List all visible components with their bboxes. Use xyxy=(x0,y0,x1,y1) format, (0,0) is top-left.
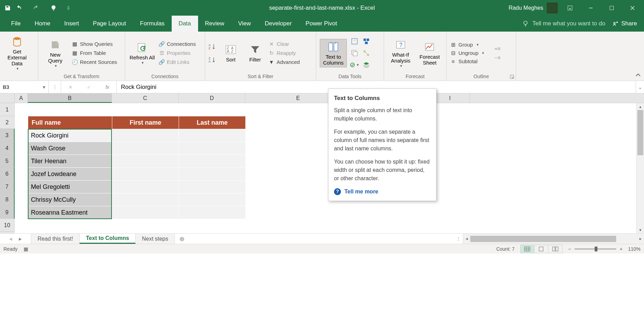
zoom-slider[interactable]: − + xyxy=(568,246,622,252)
share-button[interactable]: Share xyxy=(612,20,637,27)
new-query-button[interactable]: New Query▼ xyxy=(42,37,69,69)
recent-sources-button[interactable]: 🕘Recent Sources xyxy=(72,59,117,65)
get-external-data-button[interactable]: Get External Data▼ xyxy=(3,34,31,72)
ungroup-button[interactable]: ⊟Ungroup▼ xyxy=(450,50,484,56)
connections-button[interactable]: 🔗Connections xyxy=(158,41,196,47)
sheet-next-button[interactable]: ► xyxy=(18,236,23,242)
sheet-prev-button[interactable]: ◄ xyxy=(8,236,13,242)
properties-button[interactable]: ☰Properties xyxy=(158,50,196,56)
tab-formulas[interactable]: Formulas xyxy=(133,16,172,32)
bulb-more[interactable]: ▼ xyxy=(60,3,65,13)
close-button[interactable] xyxy=(624,1,641,15)
row-header[interactable]: 3 xyxy=(0,129,15,142)
name-box[interactable]: B3▾ xyxy=(0,81,49,93)
sort-desc-button[interactable]: ZA xyxy=(209,56,217,64)
maximize-button[interactable] xyxy=(603,1,620,15)
scroll-down-button[interactable]: ▼ xyxy=(637,226,644,233)
row-header[interactable]: 6 xyxy=(0,167,15,180)
consolidate-button[interactable] xyxy=(361,36,371,46)
filter-button[interactable]: Filter xyxy=(245,42,266,64)
col-header[interactable]: A xyxy=(15,93,28,103)
macro-record-icon[interactable]: ▦ xyxy=(24,246,28,252)
tab-data[interactable]: Data xyxy=(172,16,198,32)
undo-more[interactable]: ▼ xyxy=(25,3,30,13)
zoom-out-button[interactable]: − xyxy=(568,246,571,252)
from-table-button[interactable]: ▦From Table xyxy=(72,50,117,56)
normal-view-button[interactable] xyxy=(521,245,535,253)
tell-me-more-link[interactable]: ? Tell me more xyxy=(334,188,431,196)
redo-button[interactable] xyxy=(31,3,41,13)
scroll-up-button[interactable]: ▲ xyxy=(637,103,644,110)
clear-button[interactable]: ✕Clear xyxy=(268,41,300,47)
tab-insert[interactable]: Insert xyxy=(57,16,86,32)
tab-file[interactable]: File xyxy=(4,16,27,32)
th-firstname[interactable]: First name xyxy=(112,116,179,129)
manage-data-model-button[interactable] xyxy=(361,60,371,70)
dialog-launcher[interactable] xyxy=(510,74,514,79)
tab-home[interactable]: Home xyxy=(27,16,57,32)
page-layout-view-button[interactable] xyxy=(535,245,548,253)
row-header[interactable]: 2 xyxy=(0,116,15,129)
col-header[interactable]: C xyxy=(112,93,179,103)
row-header[interactable]: 5 xyxy=(0,155,15,167)
sheet-tab[interactable]: Read this first! xyxy=(31,234,80,244)
zoom-handle[interactable] xyxy=(595,247,597,251)
flash-fill-button[interactable] xyxy=(350,36,359,46)
ribbon-display-button[interactable] xyxy=(561,1,579,15)
tab-power-pivot[interactable]: Power Pivot xyxy=(299,16,344,32)
text-to-columns-button[interactable]: Text to Columns xyxy=(320,39,347,67)
select-all-corner[interactable] xyxy=(0,93,15,103)
qat-customize[interactable]: ⇩ xyxy=(66,3,71,13)
row-header[interactable]: 8 xyxy=(0,193,15,206)
subtotal-button[interactable]: ≡Subtotal xyxy=(450,58,484,65)
row-header[interactable]: 1 xyxy=(0,103,15,116)
show-queries-button[interactable]: ▦Show Queries xyxy=(72,41,117,47)
tab-review[interactable]: Review xyxy=(198,16,231,32)
sort-button[interactable]: ZAAZ Sort xyxy=(220,42,242,64)
sheet-tab[interactable]: Text to Columns xyxy=(80,234,136,244)
advanced-button[interactable]: ▼Advanced xyxy=(268,59,300,65)
minimize-button[interactable] xyxy=(582,1,600,15)
vertical-scrollbar[interactable]: ▲ ▼ xyxy=(636,103,644,233)
remove-dup-button[interactable] xyxy=(350,48,359,58)
tab-developer[interactable]: Developer xyxy=(258,16,299,32)
zoom-in-button[interactable]: + xyxy=(620,246,622,252)
refresh-all-button[interactable]: Refresh All▼ xyxy=(129,40,156,66)
col-header[interactable]: D xyxy=(179,93,245,103)
cancel-edit-button[interactable]: ✕ xyxy=(68,84,73,90)
collapse-ribbon-button[interactable] xyxy=(635,72,641,79)
row-header[interactable]: 4 xyxy=(0,142,15,155)
row-header[interactable]: 7 xyxy=(0,180,15,193)
th-lastname[interactable]: Last name xyxy=(179,116,246,129)
relationships-button[interactable] xyxy=(361,48,371,58)
new-sheet-button[interactable]: ⊕ xyxy=(175,234,189,244)
row-header[interactable]: 10 xyxy=(0,219,15,232)
data-validation-button[interactable]: ▼ xyxy=(350,60,359,70)
hide-detail-button[interactable]: −≡ xyxy=(494,55,500,61)
whatif-button[interactable]: ? What-If Analysis▼ xyxy=(388,37,414,69)
edit-links-button[interactable]: 🔗Edit Links xyxy=(158,59,196,65)
tab-view[interactable]: View xyxy=(231,16,258,32)
fx-button[interactable]: fx xyxy=(105,84,109,90)
reapply-button[interactable]: ↻Reapply xyxy=(268,50,300,56)
undo-button[interactable] xyxy=(14,3,24,13)
expand-formula-bar[interactable]: ⌄ xyxy=(636,81,644,93)
group-button[interactable]: ⊞Group▼ xyxy=(450,42,484,48)
avatar[interactable] xyxy=(547,2,558,14)
chevron-down-icon[interactable]: ▾ xyxy=(43,84,46,90)
page-break-view-button[interactable] xyxy=(548,245,562,253)
sort-asc-button[interactable]: AZ xyxy=(209,42,217,51)
sheet-tab[interactable]: Next steps xyxy=(136,234,175,244)
forecast-sheet-button[interactable]: Forecast Sheet xyxy=(417,39,443,67)
tell-me-search[interactable]: Tell me what you want to do xyxy=(522,20,605,27)
zoom-level[interactable]: 110% xyxy=(628,246,641,252)
th-fullname[interactable]: Full name xyxy=(28,116,112,129)
col-header[interactable]: B xyxy=(28,93,112,103)
bulb-button[interactable] xyxy=(49,3,58,13)
horizontal-scrollbar[interactable]: ◄ ► xyxy=(463,234,644,244)
scroll-right-button[interactable]: ► xyxy=(637,237,644,241)
row-header[interactable]: 9 xyxy=(0,206,15,219)
scroll-thumb[interactable] xyxy=(637,110,643,155)
save-button[interactable] xyxy=(3,3,13,13)
scroll-thumb[interactable] xyxy=(470,236,616,242)
